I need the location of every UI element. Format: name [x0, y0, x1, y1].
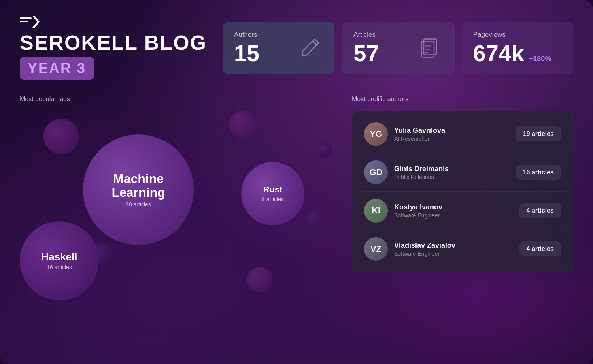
- svg-rect-0: [20, 17, 32, 19]
- header: SEROKELL BLOG YEAR 3 Authors 15 Articles: [20, 16, 573, 80]
- author-info: Vladislav Zavialov Software Engineer: [394, 241, 513, 257]
- author-row: VZ Vladislav Zavialov Software Engineer …: [356, 230, 569, 268]
- svg-rect-1: [20, 21, 28, 22]
- bubble-haskell-count: 16 articles: [47, 264, 72, 270]
- authors-section: Most prolific authors YG Yulia Gavrilova…: [352, 96, 573, 325]
- stat-cards: Authors 15 Articles 57: [223, 22, 573, 74]
- bubble-rust-count: 9 articles: [262, 196, 284, 202]
- author-role: AI Researcher: [394, 136, 510, 142]
- avatar-initials: YG: [364, 122, 388, 146]
- authors-section-title: Most prolific authors: [352, 96, 573, 103]
- brand: SEROKELL BLOG YEAR 3: [20, 16, 207, 80]
- author-count-badge: 16 articles: [516, 165, 561, 180]
- bubble-small-2: [229, 111, 257, 138]
- svg-marker-2: [32, 16, 40, 28]
- bubble-machine-learning: MachineLearning 20 articles: [83, 134, 194, 245]
- author-role: Public Relations: [394, 174, 510, 180]
- main-content: Most popular tags MachineLearning 20 art…: [20, 96, 573, 325]
- author-avatar: VZ: [364, 237, 388, 261]
- bubble-rust: Rust 9 articles: [241, 162, 304, 225]
- author-avatar: GD: [364, 160, 388, 184]
- bubble-rust-name: Rust: [263, 185, 283, 194]
- pencil-icon: [299, 35, 323, 60]
- avatar-initials: KI: [364, 199, 388, 223]
- bubble-small-1: [43, 119, 79, 154]
- author-avatar: KI: [364, 199, 388, 223]
- author-count-badge: 19 articles: [516, 126, 561, 141]
- author-row: YG Yulia Gavrilova AI Researcher 19 arti…: [356, 115, 569, 153]
- bubble-ml-name: MachineLearning: [111, 172, 165, 200]
- brand-title: SEROKELL BLOG: [20, 32, 207, 53]
- bubble-small-6: [317, 142, 332, 157]
- bubble-haskell: Haskell 16 articles: [20, 221, 99, 300]
- bubbles-container: MachineLearning 20 articles Haskell 16 a…: [20, 111, 336, 316]
- bubble-ml-count: 20 articles: [126, 201, 151, 207]
- authors-stat-card: Authors 15: [223, 22, 334, 74]
- documents-icon: [417, 34, 442, 62]
- bubble-small-4: [306, 211, 324, 229]
- bubble-haskell-name: Haskell: [41, 251, 77, 263]
- author-role: Software Engineer: [394, 251, 513, 257]
- author-info: Yulia Gavrilova AI Researcher: [394, 126, 510, 142]
- year-label: YEAR 3: [28, 60, 86, 76]
- author-name: Yulia Gavrilova: [394, 126, 510, 135]
- avatar-initials: VZ: [364, 237, 388, 261]
- pageviews-stat-card: Pageviews 674k +180%: [462, 22, 573, 74]
- author-row: GD Gints Dreimanis Public Relations 16 a…: [356, 153, 569, 192]
- logo-icon: [20, 16, 207, 29]
- pageviews-badge: +180%: [529, 55, 551, 63]
- bubble-small-5: [247, 267, 273, 292]
- author-avatar: YG: [364, 122, 388, 146]
- author-count-badge: 4 articles: [519, 203, 561, 218]
- author-role: Software Engineer: [394, 212, 513, 219]
- avatar-initials: GD: [364, 160, 388, 184]
- author-count-badge: 4 articles: [519, 241, 561, 256]
- tags-section-title: Most popular tags: [20, 96, 336, 103]
- author-name: Gints Dreimanis: [394, 165, 510, 173]
- author-row: KI Kostya Ivanov Software Engineer 4 art…: [356, 192, 569, 230]
- author-info: Kostya Ivanov Software Engineer: [394, 203, 513, 219]
- author-name: Vladislav Zavialov: [394, 241, 513, 250]
- author-info: Gints Dreimanis Public Relations: [394, 165, 510, 180]
- pageviews-value: 674k: [473, 42, 524, 65]
- authors-card: YG Yulia Gavrilova AI Researcher 19 arti…: [352, 111, 573, 272]
- year-badge: YEAR 3: [20, 57, 94, 80]
- dashboard: SEROKELL BLOG YEAR 3 Authors 15 Articles: [0, 0, 593, 364]
- author-name: Kostya Ivanov: [394, 203, 513, 211]
- articles-stat-card: Articles 57: [342, 22, 453, 74]
- pageviews-label: Pageviews: [473, 31, 562, 39]
- tags-section: Most popular tags MachineLearning 20 art…: [20, 96, 336, 325]
